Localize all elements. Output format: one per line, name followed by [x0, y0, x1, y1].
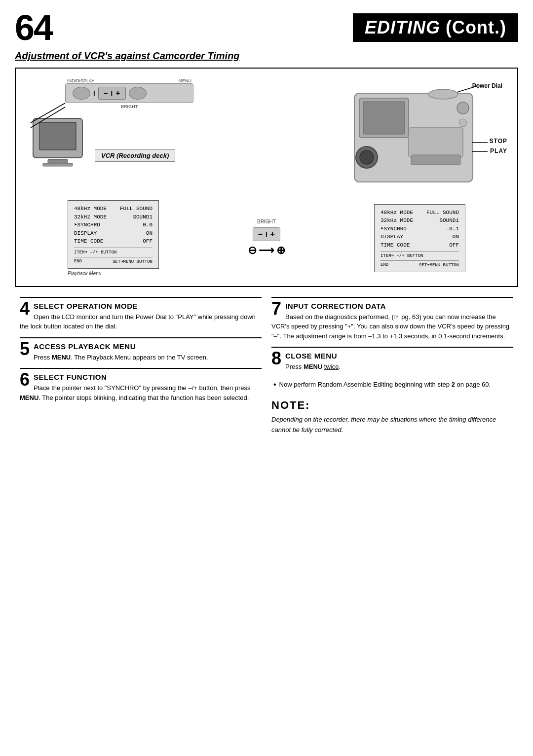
- bright-minus-plus[interactable]: – I +: [253, 227, 280, 241]
- playback-menu-label: Playback Menu: [68, 271, 159, 276]
- playback-menu-before: 48kHz MODEFULL SOUND 32kHz MODESOUND1 ➤S…: [68, 200, 159, 276]
- step-4-body: Open the LCD monitor and turn the Power …: [20, 312, 262, 331]
- steps-grid: 4 SELECT OPERATION MODE Open the LCD mon…: [15, 297, 518, 435]
- step-8-number: 8: [271, 350, 281, 367]
- step-6-number: 6: [20, 371, 30, 389]
- step-5: 5 ACCESS PLAYBACK MENU Press MENU. The P…: [20, 337, 262, 366]
- svg-line-0: [31, 103, 65, 123]
- step-6: 6 SELECT FUNCTION Place the pointer next…: [20, 368, 262, 406]
- svg-rect-4: [48, 159, 68, 163]
- camcorder-area: Power Dial STOP PLAY: [325, 78, 507, 193]
- menu-label: MENU: [179, 78, 192, 83]
- step-7: 7 INPUT CORRECTION DATA Based on the dia…: [271, 297, 513, 345]
- step-7-title: INPUT CORRECTION DATA: [271, 302, 513, 310]
- svg-rect-9: [409, 128, 463, 157]
- camcorder-svg: [325, 78, 493, 192]
- page-title: EDITING (Cont.): [353, 13, 518, 42]
- ind-display-label: IND/DISPLAY: [67, 78, 94, 83]
- play-label: PLAY: [490, 147, 507, 154]
- svg-rect-8: [363, 102, 405, 134]
- page: 64 EDITING (Cont.) Adjustment of VCR's a…: [0, 0, 533, 756]
- step-6-title: SELECT FUNCTION: [20, 373, 262, 381]
- bullet-item: • Now perform Random Assemble Editing be…: [271, 380, 513, 390]
- connection-lines: [16, 93, 75, 133]
- svg-point-13: [360, 150, 374, 164]
- svg-rect-18: [411, 155, 460, 165]
- menu-after-item-btn: ITEM➜ –/+ BUTTON: [381, 253, 423, 258]
- step-7-number: 7: [271, 300, 281, 318]
- step-4-title: SELECT OPERATION MODE: [20, 302, 262, 310]
- stop-label: STOP: [490, 138, 507, 144]
- bright-arrow-control: BRIGHT – I + ⊖ ⟶ ⊕: [248, 219, 285, 257]
- left-steps-column: 4 SELECT OPERATION MODE Open the LCD mon…: [15, 297, 266, 435]
- svg-point-14: [428, 89, 458, 99]
- step-4: 4 SELECT OPERATION MODE Open the LCD mon…: [20, 297, 262, 335]
- bright-label: BRIGHT: [65, 104, 193, 109]
- menu-before-set: SET➜MENU BUTTON: [113, 259, 152, 264]
- step-5-title: ACCESS PLAYBACK MENU: [20, 342, 262, 351]
- note-body: Depending on the recorder, there may be …: [271, 415, 513, 435]
- svg-line-1: [31, 107, 65, 128]
- power-dial-label: Power Dial: [472, 82, 502, 89]
- bright-control-label: BRIGHT: [257, 219, 276, 224]
- note-title: NOTE:: [271, 399, 513, 412]
- step-4-number: 4: [20, 300, 30, 318]
- step-7-body: Based on the diagnostics performed, (☞ p…: [271, 312, 513, 341]
- arrow-right-symbol: ⊖ ⟶ ⊕: [248, 244, 285, 257]
- menu-before-item-btn: ITEM➜ –/+ BUTTON: [74, 250, 116, 255]
- page-header: 64 EDITING (Cont.): [15, 10, 518, 45]
- right-steps-column: 7 INPUT CORRECTION DATA Based on the dia…: [266, 297, 518, 435]
- bullet-text: Now perform Random Assemble Editing begi…: [279, 380, 491, 390]
- svg-point-11: [459, 119, 467, 127]
- section-heading: Adjustment of VCR's against Camcorder Ti…: [15, 50, 518, 62]
- minus-plus-control[interactable]: – I +: [98, 87, 126, 100]
- ind-display-btn[interactable]: [73, 87, 90, 100]
- svg-rect-5: [43, 163, 73, 166]
- playback-menu-after: 48kHz MODEFULL SOUND 32kHz MODESOUND1 ➤S…: [374, 204, 465, 273]
- step-6-body: Place the pointer next to "SYNCHRO" by p…: [20, 383, 262, 402]
- step-8-body: Press MENU twice.: [271, 362, 513, 372]
- step-5-number: 5: [20, 340, 30, 358]
- step-8-title: CLOSE MENU: [271, 352, 513, 360]
- step-8: 8 CLOSE MENU Press MENU twice.: [271, 347, 513, 376]
- menu-after-set: SET➜MENU BUTTON: [419, 262, 459, 268]
- menu-after-end: END: [381, 262, 388, 268]
- page-number: 64: [15, 10, 52, 45]
- menu-btn[interactable]: [129, 87, 147, 100]
- separator-i: I: [93, 90, 95, 97]
- step-5-body: Press MENU. The Playback Menu appears on…: [20, 353, 262, 362]
- svg-point-10: [457, 102, 469, 114]
- diagram-box: IND/DISPLAY MENU I – I +: [15, 68, 518, 287]
- menu-before-end: END: [74, 259, 82, 264]
- vcr-deck-label: VCR (Recording deck): [95, 149, 175, 162]
- note-section: NOTE: Depending on the recorder, there m…: [271, 399, 513, 435]
